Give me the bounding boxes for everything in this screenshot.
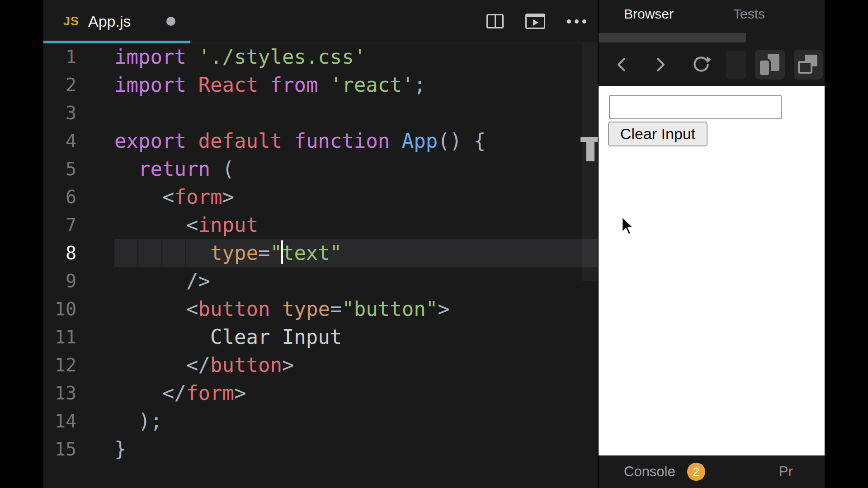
code-line[interactable]: 11 Clear Input [43, 323, 598, 351]
panel-footer: Console 2 Pr [599, 455, 825, 488]
code-token: > [222, 185, 234, 208]
code-line[interactable]: 9 /> [43, 267, 598, 295]
tab-tests[interactable]: Tests [733, 6, 765, 22]
code-line[interactable]: 13 </form> [43, 379, 598, 407]
editor-toolbar [486, 0, 586, 42]
forward-icon[interactable] [654, 45, 667, 84]
code-token [114, 325, 210, 348]
code-token [270, 297, 282, 320]
code-token: type [282, 297, 330, 320]
line-number: 2 [43, 71, 114, 99]
line-number: 11 [43, 323, 114, 351]
indent-guide [137, 239, 138, 267]
code-token: React [198, 73, 258, 96]
code-token: ( [222, 157, 234, 180]
code-token: 'react' [330, 73, 414, 96]
refresh-icon[interactable] [691, 45, 712, 84]
line-number: 9 [43, 267, 114, 295]
code-token: import [114, 45, 186, 68]
panel-tab-bar: Browser Tests [599, 0, 825, 28]
code-line[interactable]: 7 <input [43, 211, 598, 239]
code-token [114, 381, 162, 404]
problems-tab-partial[interactable]: Pr [779, 464, 793, 480]
browser-navigation-bar [599, 45, 825, 84]
code-token: button [198, 297, 270, 320]
code-line[interactable]: 14 ); [43, 407, 598, 435]
line-number: 1 [43, 43, 114, 71]
code-token: import [114, 73, 186, 96]
code-token: < [162, 185, 175, 208]
code-line[interactable]: 15} [43, 435, 598, 463]
code-token: App [402, 129, 438, 152]
code-token: type [210, 241, 258, 264]
code-token: > [234, 381, 246, 404]
code-token: () { [438, 129, 486, 152]
javascript-file-icon: JS [63, 14, 79, 28]
tab-app-js[interactable]: JS App.js [43, 0, 190, 42]
responsive-preview-icon[interactable] [755, 50, 785, 80]
open-preview-icon[interactable] [525, 14, 545, 29]
code-token [114, 213, 186, 236]
code-token: </ [186, 353, 210, 376]
console-tab[interactable]: Console [624, 464, 675, 480]
line-number: 7 [43, 211, 114, 239]
code-token: > [438, 297, 450, 320]
split-editor-icon[interactable] [486, 14, 504, 28]
back-icon[interactable] [615, 45, 628, 84]
open-in-new-window-icon[interactable] [794, 50, 823, 80]
editor-scrollbar-marker[interactable] [580, 137, 598, 161]
code-token [114, 353, 186, 376]
code-token [390, 129, 402, 152]
line-number: 10 [43, 295, 114, 323]
line-number: 6 [43, 183, 114, 211]
line-number: 3 [43, 99, 114, 127]
indent-guide [161, 239, 162, 267]
code-token [186, 45, 198, 68]
code-token [210, 157, 222, 180]
code-line[interactable]: 2import React from 'react'; [43, 71, 598, 99]
code-token [186, 73, 198, 96]
code-line[interactable]: 10 <button type="button"> [43, 295, 598, 323]
code-token: default [198, 129, 282, 152]
code-token: /> [186, 269, 210, 292]
code-token [114, 185, 162, 208]
code-editor[interactable]: 1import './styles.css'2import React from… [43, 43, 598, 463]
code-line[interactable]: 6 <form> [43, 183, 598, 211]
mouse-pointer-icon [620, 216, 637, 237]
editor-scrollbar-track[interactable] [582, 43, 598, 281]
tab-browser[interactable]: Browser [624, 6, 674, 22]
unsaved-changes-indicator [166, 17, 175, 26]
code-token: Clear Input [210, 325, 342, 348]
code-token: button [210, 353, 282, 376]
code-token: " [270, 241, 282, 264]
console-count-badge: 2 [687, 463, 705, 481]
code-token: < [186, 213, 198, 236]
more-options-icon[interactable] [567, 19, 586, 23]
code-line[interactable]: 5 return ( [43, 155, 598, 183]
code-token: function [294, 129, 390, 152]
line-number: 14 [43, 407, 114, 435]
line-number: 8 [43, 239, 114, 267]
code-line[interactable]: 3 [43, 99, 598, 127]
line-number: 5 [43, 155, 114, 183]
text-input[interactable] [609, 95, 782, 119]
code-token: } [114, 437, 127, 460]
code-token [258, 73, 270, 96]
code-token [282, 129, 294, 152]
code-line[interactable]: 4export default function App() { [43, 127, 598, 155]
code-token [114, 157, 138, 180]
code-token: text" [282, 241, 342, 264]
editor-tab-bar: JS App.js [43, 0, 598, 43]
address-bar-collapsed[interactable] [726, 51, 746, 79]
line-number: 15 [43, 435, 114, 463]
code-token: "button" [342, 297, 438, 320]
code-token: ; [414, 73, 426, 96]
code-token: = [258, 241, 270, 264]
code-line[interactable]: 1import './styles.css' [43, 43, 598, 71]
code-token [186, 129, 198, 152]
app-window: JS App.js 1import './styles.css'2import … [0, 0, 868, 488]
clear-input-button[interactable]: Clear Input [608, 122, 708, 146]
code-line[interactable]: 8 type="text" [43, 239, 598, 267]
code-line[interactable]: 12 </button> [43, 351, 598, 379]
browser-viewport: Clear Input [599, 86, 825, 455]
